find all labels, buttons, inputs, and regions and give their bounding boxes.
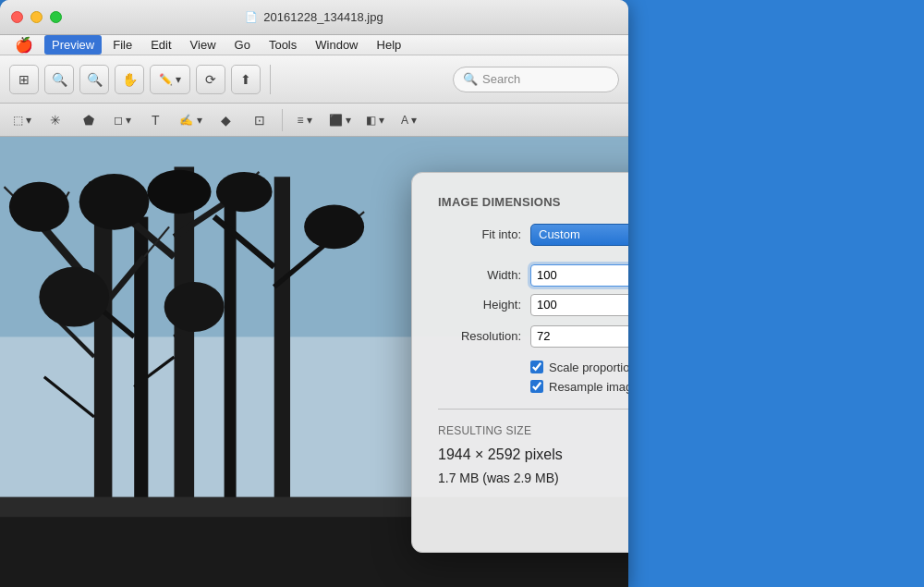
- menu-preview[interactable]: Preview: [44, 35, 102, 55]
- text-align-btn[interactable]: ≡ ▾: [292, 107, 318, 133]
- adjust-color-btn[interactable]: ⬟: [76, 107, 102, 133]
- svg-point-30: [39, 267, 109, 327]
- sidebar-toggle-btn[interactable]: ⊞: [9, 65, 39, 94]
- fit-into-select[interactable]: Custom Fit Page Original Size: [530, 224, 628, 246]
- ann-separator-1: [282, 109, 283, 131]
- font-btn[interactable]: A ▾: [395, 107, 421, 133]
- sign-btn[interactable]: ✍ ▾: [176, 107, 205, 133]
- wh-fields: Width: Height:: [438, 264, 628, 316]
- zoom-in-btn[interactable]: 🔍: [79, 65, 109, 94]
- content-area: Image Dimensions Fit into: Custom Fit Pa…: [0, 137, 628, 587]
- search-icon: 🔍: [463, 72, 478, 86]
- rotate-btn[interactable]: ⟳: [196, 65, 225, 94]
- result-section-title: Resulting Size: [438, 424, 628, 437]
- height-input[interactable]: [530, 294, 628, 316]
- svg-point-28: [216, 172, 273, 212]
- scale-row: Scale proportionally: [530, 361, 628, 374]
- resolution-row: Resolution: pixels/inch pixels/cm ▲▼: [438, 325, 628, 348]
- svg-point-25: [9, 182, 69, 232]
- dialog-buttons: Cancel OK: [438, 508, 628, 533]
- resample-label[interactable]: Resample image: [549, 380, 628, 394]
- height-label: Height:: [438, 298, 521, 312]
- menu-tools[interactable]: Tools: [261, 35, 304, 55]
- resample-row: Resample image: [530, 380, 628, 394]
- resample-checkbox[interactable]: [530, 380, 543, 393]
- dialog-overlay: Image Dimensions Fit into: Custom Fit Pa…: [342, 137, 628, 587]
- apple-menu[interactable]: 🍎: [7, 35, 41, 55]
- result-dimensions: 1944 × 2592 pixels: [438, 446, 628, 463]
- wh-unit-row: Width: Height: 🔒: [438, 264, 628, 316]
- fit-into-label: Fit into:: [438, 227, 521, 241]
- traffic-lights: [11, 11, 62, 23]
- shapes-btn[interactable]: ◻ ▾: [109, 107, 135, 133]
- fit-into-select-wrapper[interactable]: Custom Fit Page Original Size ▲▼: [530, 224, 628, 246]
- minimize-button[interactable]: [30, 11, 43, 23]
- width-label: Width:: [438, 268, 521, 282]
- fill-btn[interactable]: ◧ ▾: [362, 107, 388, 133]
- svg-point-27: [147, 170, 211, 214]
- fit-into-row: Fit into: Custom Fit Page Original Size …: [438, 224, 628, 246]
- scale-label[interactable]: Scale proportionally: [549, 361, 628, 374]
- crop-btn[interactable]: ⊡: [247, 107, 273, 133]
- menu-bar: 🍎 Preview File Edit View Go Tools Window…: [0, 35, 628, 55]
- instant-alpha-btn[interactable]: ✳: [43, 107, 68, 133]
- search-placeholder: Search: [482, 72, 520, 86]
- menu-view[interactable]: View: [183, 35, 224, 55]
- menu-edit[interactable]: Edit: [143, 35, 178, 55]
- toolbar-separator: [270, 65, 271, 94]
- width-input[interactable]: [530, 264, 628, 287]
- selection-btn[interactable]: ⬚ ▾: [9, 107, 35, 133]
- resolution-input[interactable]: [530, 325, 628, 348]
- file-icon: 📄: [245, 11, 258, 24]
- annotation-toolbar: ⬚ ▾ ✳ ⬟ ◻ ▾ T ✍ ▾ ◆ ⊡ ≡ ▾ ⬛ ▾ ◧ ▾ A ▾: [0, 104, 628, 137]
- width-row: Width:: [438, 264, 628, 287]
- menu-window[interactable]: Window: [308, 35, 365, 55]
- menu-file[interactable]: File: [105, 35, 140, 55]
- result-filesize: 1.7 MB (was 2.9 MB): [438, 471, 628, 485]
- preview-window: 📄 20161228_134418.jpg 🍎 Preview File Edi…: [0, 0, 628, 587]
- close-button[interactable]: [11, 11, 23, 23]
- move-btn[interactable]: ✋: [115, 65, 144, 94]
- maximize-button[interactable]: [50, 11, 62, 23]
- menu-help[interactable]: Help: [370, 35, 409, 55]
- dialog-title: Image Dimensions: [438, 195, 628, 209]
- border-btn[interactable]: ⬛ ▾: [325, 107, 355, 133]
- file-name: 20161228_134418.jpg: [263, 10, 383, 24]
- adjust-color2-btn[interactable]: ◆: [213, 107, 239, 133]
- scale-checkbox[interactable]: [530, 361, 543, 373]
- search-field[interactable]: 🔍 Search: [453, 67, 619, 92]
- text-btn[interactable]: T: [142, 107, 168, 133]
- svg-point-26: [79, 174, 150, 230]
- window-title: 📄 20161228_134418.jpg: [245, 10, 383, 24]
- toolbar: ⊞ 🔍 🔍 ✋ ✏️ ▾ ⟳ ⬆ 🔍 Search: [0, 55, 628, 104]
- share-btn[interactable]: ⬆: [231, 65, 261, 94]
- image-dimensions-dialog: Image Dimensions Fit into: Custom Fit Pa…: [411, 172, 628, 553]
- svg-point-31: [164, 282, 225, 332]
- resolution-label: Resolution:: [438, 329, 521, 343]
- markup-btn[interactable]: ✏️ ▾: [150, 65, 190, 94]
- dialog-divider: [438, 409, 628, 410]
- zoom-out-btn[interactable]: 🔍: [44, 65, 74, 94]
- menu-go[interactable]: Go: [227, 35, 258, 55]
- title-bar: 📄 20161228_134418.jpg: [0, 0, 628, 35]
- height-row: Height:: [438, 294, 628, 316]
